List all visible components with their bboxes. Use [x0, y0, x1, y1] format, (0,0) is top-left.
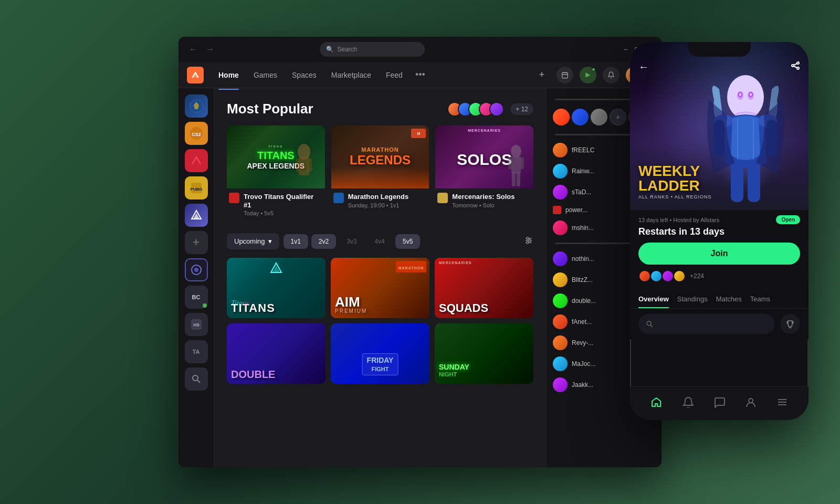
phone-nav-menu[interactable] — [772, 392, 792, 415]
game-card-friday[interactable]: FRIDAYFIGHT — [331, 323, 429, 384]
phone-nav-home[interactable] — [646, 392, 666, 415]
svg-rect-27 — [308, 159, 312, 172]
filter-options-icon[interactable] — [524, 236, 533, 247]
game-card-aim[interactable]: MARATHON AIM PREMIUM — [331, 258, 429, 318]
sidebar-item-arc[interactable] — [185, 204, 208, 227]
svg-point-19 — [194, 268, 198, 272]
back-button[interactable]: ← — [187, 43, 200, 56]
filter-pills: 1v1 2v2 3v3 4v4 5v5 — [284, 234, 421, 249]
phone-back-button[interactable]: ← — [638, 61, 649, 73]
svg-point-28 — [511, 145, 521, 158]
game-card-titans[interactable]: TITANS Titans — [227, 258, 326, 318]
sidebar-item-ta[interactable]: TA — [185, 340, 208, 363]
game-card-sunday[interactable]: SUNDAY NIGHT — [435, 323, 533, 384]
phone-share-button[interactable] — [791, 61, 800, 73]
online-avatar — [572, 109, 589, 125]
svg-rect-26 — [296, 159, 300, 172]
desktop-window: ← → 🔍 Search − ⊡ ✕ Home Games Spaces Mar… — [178, 37, 662, 467]
join-button[interactable]: Join — [638, 243, 800, 265]
sidebar-item-valorant[interactable] — [185, 149, 208, 172]
days-left-text: 13 days left • Hosted by Allstars — [638, 217, 719, 223]
tournament-image-solos: MERCENARIES SOLOS — [435, 125, 533, 188]
user-avatar — [553, 314, 568, 329]
nav-bar: Home Games Spaces Marketplace Feed ••• + — [178, 62, 662, 88]
trophy-button[interactable] — [780, 314, 800, 334]
game-card-squads[interactable]: MERCENARIES SQUADS — [435, 258, 533, 318]
svg-point-38 — [529, 239, 531, 242]
sidebar-item-arclight[interactable] — [185, 258, 208, 281]
section-title: Most Popular — [227, 101, 313, 117]
restart-days: 13 days — [690, 226, 724, 237]
svg-point-56 — [797, 62, 799, 64]
tournament-card-solos[interactable]: MERCENARIES SOLOS — [435, 125, 533, 220]
game-card-sublabel: PREMIUM — [335, 309, 367, 314]
phone-nav-bell[interactable] — [678, 392, 698, 415]
user-avatar — [553, 143, 568, 158]
svg-rect-0 — [562, 72, 568, 78]
user-avatar — [553, 251, 568, 266]
tournament-name: Trovo Titans Qualifier #1 — [244, 193, 323, 209]
nav-more-button[interactable]: ••• — [411, 67, 429, 82]
nav-item-spaces[interactable]: Spaces — [286, 68, 323, 82]
tab-matches[interactable]: Matches — [716, 295, 742, 308]
svg-rect-33 — [517, 172, 520, 186]
app-logo[interactable] — [187, 67, 204, 83]
bell-button[interactable] — [603, 67, 620, 83]
sidebar-search-button[interactable] — [185, 368, 208, 391]
tournament-details: Mercenaries: Solos Tomorrow • Solo — [452, 193, 531, 208]
game-icon-apex — [229, 193, 239, 203]
tab-teams[interactable]: Teams — [750, 295, 770, 308]
tournament-card-apex[interactable]: trovo TITANS APEX LEGENDS — [227, 125, 325, 220]
sidebar-item-add[interactable]: + — [185, 231, 208, 254]
add-friend-button[interactable]: + — [610, 109, 626, 125]
sidebar-item-bc[interactable]: BC — [185, 286, 208, 309]
restart-text: Restarts in 13 days — [638, 226, 800, 237]
open-badge: Open — [776, 215, 800, 224]
phone-hero: ← WEEKLY LADDER ALL RANKS • ALL REGIONS — [630, 42, 808, 210]
user-avatar — [553, 164, 568, 178]
ladder-title-ladder: LADDER — [638, 178, 712, 193]
nav-item-marketplace[interactable]: Marketplace — [325, 68, 377, 82]
tournament-name: Mercenaries: Solos — [452, 193, 531, 201]
add-button[interactable]: + — [533, 67, 550, 83]
sidebar-item-pubg[interactable]: PUBG — [185, 176, 208, 200]
svg-rect-31 — [520, 158, 524, 169]
svg-line-60 — [794, 66, 797, 68]
nav-item-feed[interactable]: Feed — [380, 68, 409, 82]
user-avatar — [553, 220, 568, 235]
phone-nav-chat[interactable] — [709, 392, 729, 415]
tab-overview[interactable]: Overview — [638, 295, 669, 308]
svg-text:H9: H9 — [193, 322, 200, 328]
filter-pill-1v1[interactable]: 1v1 — [284, 234, 308, 249]
calendar-button[interactable] — [556, 67, 573, 83]
nav-item-games[interactable]: Games — [247, 68, 284, 82]
game-card-double[interactable]: DOUBLE — [227, 323, 326, 384]
sidebar-item-h9[interactable]: H9 — [185, 313, 208, 336]
participant-count: + 12 — [510, 103, 533, 115]
filter-pill-3v3[interactable]: 3v3 — [339, 234, 364, 249]
upcoming-dropdown[interactable]: Upcoming ▾ — [227, 233, 279, 249]
phone-nav-profile[interactable] — [741, 392, 761, 415]
filter-pill-4v4[interactable]: 4v4 — [368, 234, 392, 249]
tournament-card-marathon[interactable]: M MARATHON LEGENDS — [331, 125, 429, 220]
sidebar-item-csgo[interactable]: CS2 — [185, 122, 208, 145]
svg-marker-4 — [585, 72, 590, 77]
ladder-subtitle: ALL RANKS • ALL REGIONS — [638, 194, 712, 200]
user-avatar — [553, 377, 568, 392]
forward-button[interactable]: → — [204, 43, 216, 56]
svg-point-65 — [749, 398, 753, 403]
tab-standings[interactable]: Standings — [677, 295, 708, 308]
svg-rect-30 — [508, 158, 512, 169]
svg-line-23 — [197, 380, 200, 383]
phone-search-box[interactable] — [638, 314, 775, 334]
search-bar[interactable]: 🔍 Search — [320, 42, 425, 57]
minimize-button[interactable]: − — [624, 45, 628, 54]
nav-item-home[interactable]: Home — [212, 68, 245, 82]
filter-pill-2v2[interactable]: 2v2 — [311, 234, 336, 249]
flag-button[interactable] — [580, 67, 596, 83]
participant-avatar — [662, 270, 674, 282]
filter-pill-5v5[interactable]: 5v5 — [395, 234, 420, 249]
phone-search-row — [630, 309, 808, 339]
sidebar-item-lol[interactable] — [185, 94, 208, 118]
participant-avatar — [650, 270, 663, 282]
